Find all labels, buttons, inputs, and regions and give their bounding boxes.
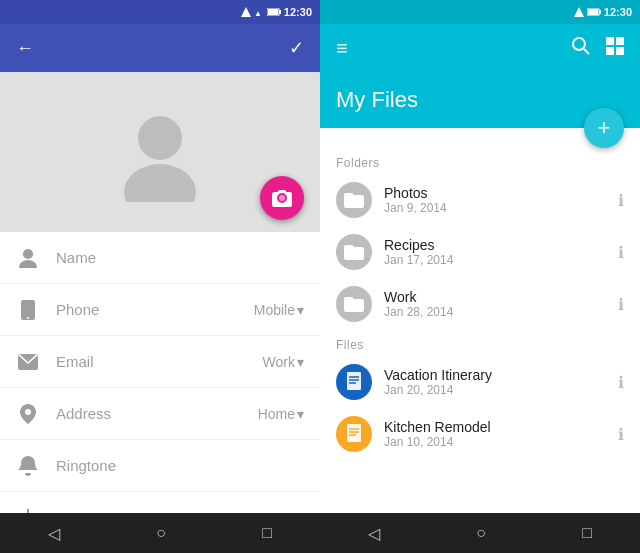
file-date: Jan 20, 2014 bbox=[384, 383, 610, 397]
file-date: Jan 9, 2014 bbox=[384, 201, 610, 215]
svg-point-5 bbox=[138, 116, 182, 160]
add-note-row[interactable]: Add Note bbox=[0, 492, 320, 513]
file-date: Jan 10, 2014 bbox=[384, 435, 610, 449]
svg-rect-3 bbox=[279, 10, 281, 14]
file-info: Photos Jan 9, 2014 bbox=[384, 185, 610, 215]
avatar-silhouette bbox=[110, 102, 210, 202]
email-tag[interactable]: Work ▾ bbox=[263, 354, 304, 370]
add-fab[interactable]: + bbox=[584, 108, 624, 148]
right-signal-icon bbox=[574, 7, 584, 17]
email-label: Email bbox=[56, 353, 263, 370]
right-status-time: 12:30 bbox=[604, 6, 632, 18]
left-statusbar: ▲ 12:30 bbox=[0, 0, 320, 24]
file-name: Work bbox=[384, 289, 610, 305]
info-button[interactable]: ℹ bbox=[610, 417, 632, 452]
svg-text:▲: ▲ bbox=[254, 9, 262, 16]
grid-view-button[interactable] bbox=[606, 37, 624, 60]
home-nav-button[interactable]: ○ bbox=[156, 524, 166, 542]
file-name: Recipes bbox=[384, 237, 610, 253]
file-name: Vacation Itinerary bbox=[384, 367, 610, 383]
svg-point-14 bbox=[573, 38, 585, 50]
signal-strength-icon bbox=[241, 7, 251, 17]
search-button[interactable] bbox=[572, 37, 590, 60]
list-item[interactable]: Work Jan 28, 2014 ℹ bbox=[320, 278, 640, 330]
folder-icon bbox=[336, 234, 372, 270]
folder-icon bbox=[336, 182, 372, 218]
folders-section-header: Folders bbox=[320, 148, 640, 174]
files-section-header: Files bbox=[320, 330, 640, 356]
back-nav-button[interactable]: ◁ bbox=[48, 524, 60, 543]
wifi-icon: ▲ bbox=[254, 8, 264, 16]
svg-rect-24 bbox=[347, 424, 361, 442]
svg-point-6 bbox=[124, 164, 196, 202]
confirm-button[interactable]: ✓ bbox=[289, 37, 304, 59]
svg-rect-4 bbox=[268, 9, 278, 15]
right-status-icons: 12:30 bbox=[574, 6, 632, 18]
svg-rect-13 bbox=[588, 9, 598, 15]
person-icon bbox=[16, 246, 40, 270]
phone-row[interactable]: Phone Mobile ▾ bbox=[0, 284, 320, 336]
right-recents-nav-button[interactable]: □ bbox=[582, 524, 592, 542]
phone-tag[interactable]: Mobile ▾ bbox=[254, 302, 304, 318]
right-statusbar: 12:30 bbox=[320, 0, 640, 24]
doc-icon bbox=[336, 416, 372, 452]
left-bottom-nav: ◁ ○ □ bbox=[0, 513, 320, 553]
camera-icon bbox=[272, 189, 292, 207]
file-info: Vacation Itinerary Jan 20, 2014 bbox=[384, 367, 610, 397]
camera-fab[interactable] bbox=[260, 176, 304, 220]
right-back-nav-button[interactable]: ◁ bbox=[368, 524, 380, 543]
left-status-time: 12:30 bbox=[284, 6, 312, 18]
svg-rect-18 bbox=[606, 47, 614, 55]
location-icon bbox=[16, 402, 40, 426]
svg-rect-17 bbox=[616, 37, 624, 45]
list-item[interactable]: Vacation Itinerary Jan 20, 2014 ℹ bbox=[320, 356, 640, 408]
right-title-bar: My Files + bbox=[320, 72, 640, 128]
folder-icon bbox=[336, 286, 372, 322]
name-label: Name bbox=[56, 249, 304, 266]
info-button[interactable]: ℹ bbox=[610, 235, 632, 270]
left-toolbar: ← ✓ bbox=[0, 24, 320, 72]
phone-label: Phone bbox=[56, 301, 254, 318]
info-button[interactable]: ℹ bbox=[610, 365, 632, 400]
svg-marker-0 bbox=[241, 7, 251, 17]
file-info: Recipes Jan 17, 2014 bbox=[384, 237, 610, 267]
file-info: Work Jan 28, 2014 bbox=[384, 289, 610, 319]
file-date: Jan 28, 2014 bbox=[384, 305, 610, 319]
file-name: Kitchen Remodel bbox=[384, 419, 610, 435]
recents-nav-button[interactable]: □ bbox=[262, 524, 272, 542]
name-row[interactable]: Name bbox=[0, 232, 320, 284]
list-item[interactable]: Photos Jan 9, 2014 ℹ bbox=[320, 174, 640, 226]
right-panel: 12:30 ≡ My Files bbox=[320, 0, 640, 553]
right-home-nav-button[interactable]: ○ bbox=[476, 524, 486, 542]
list-item[interactable]: Recipes Jan 17, 2014 ℹ bbox=[320, 226, 640, 278]
svg-point-8 bbox=[23, 249, 33, 259]
address-label: Address bbox=[56, 405, 258, 422]
address-row[interactable]: Address Home ▾ bbox=[0, 388, 320, 440]
file-name: Photos bbox=[384, 185, 610, 201]
svg-rect-19 bbox=[616, 47, 624, 55]
svg-point-7 bbox=[279, 195, 285, 201]
page-title: My Files bbox=[336, 87, 418, 113]
left-status-icons: ▲ 12:30 bbox=[241, 6, 312, 18]
right-bottom-nav: ◁ ○ □ bbox=[320, 513, 640, 553]
battery-icon bbox=[267, 8, 281, 16]
toolbar-actions bbox=[572, 37, 624, 60]
right-battery-icon bbox=[587, 8, 601, 16]
svg-rect-12 bbox=[599, 10, 601, 14]
ringtone-icon bbox=[16, 454, 40, 478]
info-button[interactable]: ℹ bbox=[610, 183, 632, 218]
menu-button[interactable]: ≡ bbox=[336, 37, 348, 60]
info-button[interactable]: ℹ bbox=[610, 287, 632, 322]
add-note-icon bbox=[16, 506, 40, 513]
svg-marker-10 bbox=[574, 7, 584, 17]
back-button[interactable]: ← bbox=[16, 38, 34, 59]
email-icon bbox=[16, 350, 40, 374]
address-tag[interactable]: Home ▾ bbox=[258, 406, 304, 422]
list-item[interactable]: Kitchen Remodel Jan 10, 2014 ℹ bbox=[320, 408, 640, 460]
add-fab-icon: + bbox=[598, 117, 611, 139]
form-area: Name Phone Mobile ▾ Email bbox=[0, 232, 320, 513]
phone-icon bbox=[16, 298, 40, 322]
email-row[interactable]: Email Work ▾ bbox=[0, 336, 320, 388]
ringtone-row[interactable]: Ringtone bbox=[0, 440, 320, 492]
svg-rect-20 bbox=[347, 372, 361, 390]
